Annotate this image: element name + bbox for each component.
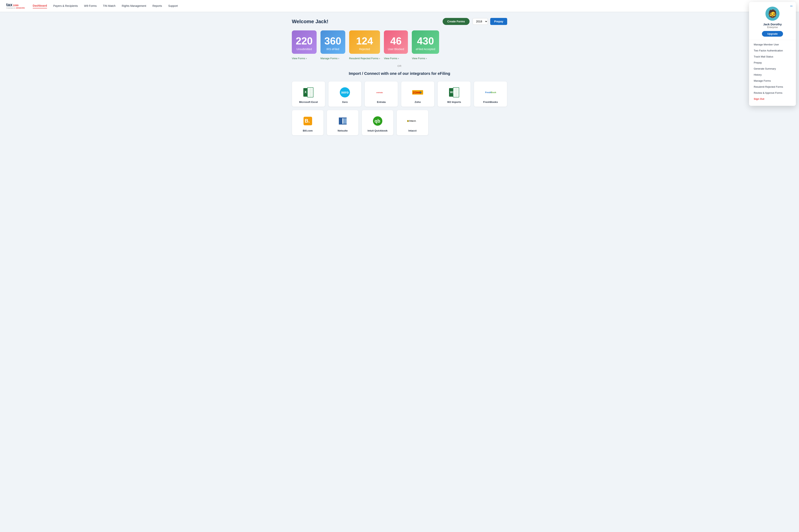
upgrade-button[interactable]: Upgrade [762,31,783,37]
stat-card-purple: 220 Unsubmitted [292,31,316,54]
stat-number-efiledaccepted: 430 [417,36,434,46]
stat-action-userblocked[interactable]: View Forms › [384,57,408,60]
stat-label-rejected: Rejected [359,48,370,51]
svg-rect-30 [339,117,347,118]
svg-rect-31 [339,124,347,125]
stat-label-userblocked: User Blocked [388,48,404,51]
nav-link-rights[interactable]: Rights Management [122,3,146,8]
stat-label-irsfiled: IRS eFiled [326,48,339,51]
stat-card-userblocked: 46 User Blocked View Forms › [384,31,408,60]
stat-action-rejected[interactable]: Resubmit Rejected Forms › [349,57,380,60]
stat-number-irsfiled: 360 [324,36,341,46]
view-forms-link-accepted[interactable]: View Forms [412,57,425,60]
integrator-card-quickbook[interactable]: qb Intuit Quickbook [362,110,394,135]
nav-link-dashboard[interactable]: Dashboard [33,3,47,8]
logo-1099-text: 1099 [13,4,19,7]
nav-link-reports[interactable]: Reports [152,3,162,8]
logo-powered-text: POWERED BY ZENWORK [6,7,25,9]
svg-point-13 [420,92,421,93]
dropdown-item-track-mail[interactable]: Track Mail Status [749,54,796,60]
create-forms-button[interactable]: Create Forms [442,18,470,25]
or-divider: OR [292,64,507,68]
svg-point-35 [407,121,408,121]
integrator-grid-row2: B. Bill.com Netsuite qb [292,110,429,135]
stat-cards: 220 Unsubmitted View Forms › 360 IRS eFi… [292,31,507,60]
integrator-card-billdotcom[interactable]: B. Bill.com [292,110,324,135]
integrator-card-freshbooks[interactable]: Fresh Books FreshBooks [474,81,507,107]
stat-card-efiledaccepted: 430 eFiled Accepted View Forms › [412,31,439,60]
prepay-button[interactable]: Prepay [490,18,507,25]
dropdown-item-review-approve[interactable]: Review & Approve Forms [749,90,796,96]
resubmit-link[interactable]: Resubmit Rejected Forms [349,57,378,60]
stat-card-pink: 46 User Blocked [384,31,408,54]
dropdown-avatar: 🧔 [765,7,780,21]
nav-link-support[interactable]: Support [168,3,178,8]
dropdown-item-manage-forms[interactable]: Manage Forms [749,78,796,84]
nav-link-w9forms[interactable]: W9 Forms [84,3,97,8]
stat-card-irsfiled: 360 IRS eFiled Manage Forms › [321,31,345,60]
svg-text:qb: qb [375,118,380,124]
stat-number-rejected: 124 [356,36,373,46]
dropdown-profile: 🧔 Jack Dorothy Enterprise Upgrade [749,2,796,40]
dropdown-item-two-factor[interactable]: Two Factor Authentication [749,48,796,54]
dropdown-item-manage-member[interactable]: Manage Member User [749,41,796,48]
svg-rect-28 [339,117,342,125]
dropdown-username: Jack Dorothy [763,23,782,26]
svg-text:entrata: entrata [376,91,383,94]
svg-text:W2: W2 [450,91,454,94]
dropdown-role: Enterprise [767,26,778,28]
integrator-card-entrata[interactable]: entrata Entrata [365,81,398,107]
dropdown-item-resubmit-rejected[interactable]: Resubmit Rejected Forms [749,84,796,90]
header-row: Welcome Jack! Create Forms 2018 2017 201… [292,18,507,25]
bill-icon: B. [302,116,313,127]
view-forms-link-unsubmitted[interactable]: View Forms [292,57,305,60]
manage-forms-link[interactable]: Manage Forms [321,57,338,60]
svg-text:Intacct.: Intacct. [409,120,416,122]
integrator-card-xero[interactable]: xero Xero [328,81,362,107]
stat-action-unsubmitted[interactable]: View Forms › [292,57,316,60]
excel-icon: X [303,87,314,98]
svg-text:Fresh: Fresh [485,91,491,94]
integrator-card-netsuite[interactable]: Netsuite [327,110,359,135]
nav-link-tinmatch[interactable]: TIN Match [103,3,116,8]
dropdown-item-sign-out[interactable]: Sign Out [749,96,796,102]
svg-text:B.: B. [305,118,310,124]
integrator-card-intacct[interactable]: Intacct. Intacct [397,110,429,135]
stat-action-irsfiled[interactable]: Manage Forms › [321,57,345,60]
logo: tax 1099 POWERED BY ZENWORK [6,3,25,9]
dropdown-item-prepay[interactable]: Prepay [749,60,796,66]
dropdown-item-history[interactable]: History [749,72,796,78]
integrator-name-billdotcom: Bill.com [303,129,313,132]
integrator-card-w2imports[interactable]: W2 W2 Imports [438,81,471,107]
integrator-name-excel: Microsoft Excel [299,100,318,103]
main-content: Welcome Jack! Create Forms 2018 2017 201… [283,12,516,142]
dropdown-items: Manage Member User Two Factor Authentica… [749,40,796,103]
stat-card-unsubmitted: 220 Unsubmitted View Forms › [292,31,316,60]
stat-card-green: 430 eFiled Accepted [412,31,439,54]
intacct-icon: Intacct. [407,116,418,127]
svg-rect-29 [343,117,347,125]
logo-tax-text: tax [6,3,13,7]
stat-label-unsubmitted: Unsubmitted [296,48,312,51]
dropdown-menu: ✏ 🧔 Jack Dorothy Enterprise Upgrade Mana… [749,2,796,106]
dropdown-item-generate-summary[interactable]: Generate Summary [749,66,796,72]
integrator-card-zoho[interactable]: ZOHO Zoho [401,81,434,107]
dropdown-avatar-emoji: 🧔 [768,9,777,18]
nav-link-payers[interactable]: Payers & Recipients [53,3,78,8]
svg-text:Books: Books [491,91,496,94]
nav-links: Dashboard Payers & Recipients W9 Forms T… [33,3,785,8]
pencil-icon[interactable]: ✏ [790,4,793,8]
integrator-name-netsuite: Netsuite [338,129,348,132]
netsuite-icon [337,116,348,127]
year-select[interactable]: 2018 2017 2016 [473,18,488,25]
view-forms-link-blocked[interactable]: View Forms [384,57,397,60]
stat-label-efiledaccepted: eFiled Accepted [416,48,435,51]
integrator-name-zoho: Zoho [415,100,421,103]
stat-action-efiledaccepted[interactable]: View Forms › [412,57,439,60]
integrator-card-excel[interactable]: X Microsoft Excel [292,81,325,107]
import-title: Import / Connect with one of our integra… [292,71,507,76]
integrator-grid-row1: X Microsoft Excel xero Xero [292,81,507,107]
integrator-name-freshbooks: FreshBooks [483,100,498,103]
zoho-icon: ZOHO [412,87,423,98]
entrata-icon: entrata [376,87,387,98]
